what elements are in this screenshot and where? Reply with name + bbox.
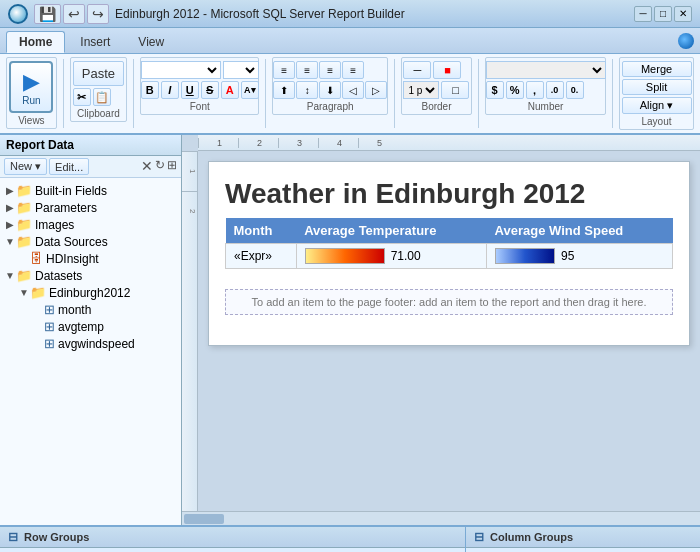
bold-button[interactable]: B	[141, 81, 159, 99]
copy-button[interactable]: 📋	[93, 88, 111, 106]
row-groups-content: = (Details) ▼	[0, 548, 465, 552]
paragraph-content: ≡ ≡ ≡ ≡ ⬆ ↕ ⬇ ◁ ▷	[273, 61, 387, 99]
valign-mid-button[interactable]: ↕	[296, 81, 318, 99]
align-right-button[interactable]: ≡	[319, 61, 341, 79]
tree-item-built-in-fields[interactable]: ▶ 📁 Built-in Fields	[2, 182, 179, 199]
tree-item-avgtemp[interactable]: ⊞ avgtemp	[2, 318, 179, 335]
edit-button[interactable]: Edit...	[49, 158, 89, 175]
font-color-button[interactable]: A	[221, 81, 239, 99]
indent-inc-button[interactable]: ▷	[365, 81, 387, 99]
font-family-select[interactable]	[141, 61, 221, 79]
border-size-select[interactable]: 1 pt	[403, 81, 439, 99]
expand-icon: ▼	[4, 270, 16, 281]
run-button[interactable]: ▶ Run	[9, 61, 53, 113]
tree-item-datasets[interactable]: ▼ 📁 Datasets	[2, 267, 179, 284]
border-apply-button[interactable]: □	[441, 81, 469, 99]
tree-label: Datasets	[35, 269, 82, 283]
border-group: ─ ■ 1 pt □ Border	[401, 57, 472, 115]
currency-button[interactable]: $	[486, 81, 504, 99]
dec-dec-button[interactable]: 0.	[566, 81, 584, 99]
cut-button[interactable]: ✂	[73, 88, 91, 106]
number-buttons: $ % , .0 0.	[486, 81, 606, 99]
align-justify-button[interactable]: ≡	[342, 61, 364, 79]
font-row-2: B I U S A A▾	[141, 81, 259, 99]
bottom-area: ⊟ Row Groups = (Details) ▼ ⊟ Column Grou…	[0, 525, 700, 552]
scrollbar-thumb[interactable]	[184, 514, 224, 524]
help-icon[interactable]	[678, 33, 694, 49]
font-size-select[interactable]	[223, 61, 259, 79]
bg-color-button[interactable]: A▾	[241, 81, 259, 99]
canvas-panel: 1 2 3 4 5 1 2 Weather in Edinburgh 2012 …	[182, 135, 700, 525]
cut-copy-buttons: ✂ 📋	[73, 88, 124, 106]
refresh-icon[interactable]: ↻	[155, 158, 165, 175]
comma-button[interactable]: ,	[526, 81, 544, 99]
tree-label: Data Sources	[35, 235, 108, 249]
tree-item-avgwindspeed[interactable]: ⊞ avgwindspeed	[2, 335, 179, 352]
indent-dec-button[interactable]: ◁	[342, 81, 364, 99]
close-button[interactable]: ✕	[674, 6, 692, 22]
border-content: ─ ■ 1 pt □	[403, 61, 469, 99]
folder-icon: 📁	[16, 200, 32, 215]
paste-button[interactable]: Paste	[73, 61, 124, 86]
merge-button[interactable]: Merge	[622, 61, 692, 77]
save-icon[interactable]: 💾	[34, 4, 61, 24]
align-button[interactable]: Align ▾	[622, 97, 692, 114]
align-center-button[interactable]: ≡	[296, 61, 318, 79]
minimize-button[interactable]: ─	[634, 6, 652, 22]
tab-view[interactable]: View	[125, 31, 177, 53]
ribbon-tabs: Home Insert View	[0, 28, 700, 53]
window-controls: ─ □ ✕	[634, 6, 692, 22]
run-label: Run	[22, 95, 40, 106]
percent-button[interactable]: %	[506, 81, 524, 99]
tree-item-month[interactable]: ⊞ month	[2, 301, 179, 318]
horizontal-scrollbar[interactable]	[182, 511, 700, 525]
tree-item-hdinsight[interactable]: 🗄 HDInsight	[2, 250, 179, 267]
cell-month: «Expr»	[226, 244, 297, 269]
ruler-mark-5: 5	[358, 138, 398, 148]
tab-insert[interactable]: Insert	[67, 31, 123, 53]
ruler-mark-1: 1	[198, 138, 238, 148]
font-label: Font	[190, 101, 210, 112]
redo-icon[interactable]: ↪	[87, 4, 109, 24]
tree-label: Built-in Fields	[35, 184, 107, 198]
views-label: Views	[18, 115, 45, 126]
dec-inc-button[interactable]: .0	[546, 81, 564, 99]
tree-item-parameters[interactable]: ▶ 📁 Parameters	[2, 199, 179, 216]
title-bar-left: 💾 ↩ ↪ Edinburgh 2012 - Microsoft SQL Ser…	[8, 4, 405, 24]
search-icon[interactable]: ⊞	[167, 158, 177, 175]
col-groups-label: Column Groups	[490, 531, 573, 543]
separator-5	[478, 59, 479, 128]
border-style-button[interactable]: ─	[403, 61, 431, 79]
col-groups-header: ⊟ Column Groups	[466, 527, 700, 548]
number-format-select[interactable]	[486, 61, 606, 79]
font-row-1	[141, 61, 259, 79]
table-head: Month Average Temperature Average Wind S…	[226, 218, 673, 244]
report-table: Month Average Temperature Average Wind S…	[225, 218, 673, 269]
tree-item-edinburgh2012[interactable]: ▼ 📁 Edinburgh2012	[2, 284, 179, 301]
delete-button[interactable]: ✕	[141, 158, 153, 175]
tree-item-data-sources[interactable]: ▼ 📁 Data Sources	[2, 233, 179, 250]
folder-icon: 📁	[16, 268, 32, 283]
valign-bot-button[interactable]: ⬇	[319, 81, 341, 99]
panel-toolbar: New ▾ Edit... ✕ ↻ ⊞	[0, 156, 181, 178]
new-button[interactable]: New ▾	[4, 158, 47, 175]
border-color-button[interactable]: ■	[433, 61, 461, 79]
underline-button[interactable]: U	[181, 81, 199, 99]
maximize-button[interactable]: □	[654, 6, 672, 22]
clipboard-content: Paste ✂ 📋	[73, 61, 124, 106]
tab-home[interactable]: Home	[6, 31, 65, 53]
align-left-button[interactable]: ≡	[273, 61, 295, 79]
strikethrough-button[interactable]: S	[201, 81, 219, 99]
paragraph-label: Paragraph	[307, 101, 354, 112]
valign-top-button[interactable]: ⬆	[273, 81, 295, 99]
canvas-scroll-area: 1 2 Weather in Edinburgh 2012 Month Aver…	[182, 151, 700, 511]
tree-item-images[interactable]: ▶ 📁 Images	[2, 216, 179, 233]
split-button[interactable]: Split	[622, 79, 692, 95]
panel-header: Report Data	[0, 135, 181, 156]
field-icon: ⊞	[44, 319, 55, 334]
col-header-month: Month	[226, 218, 297, 244]
canvas-content[interactable]: Weather in Edinburgh 2012 Month Average …	[198, 151, 700, 511]
run-icon: ▶	[23, 69, 40, 95]
undo-icon[interactable]: ↩	[63, 4, 85, 24]
italic-button[interactable]: I	[161, 81, 179, 99]
